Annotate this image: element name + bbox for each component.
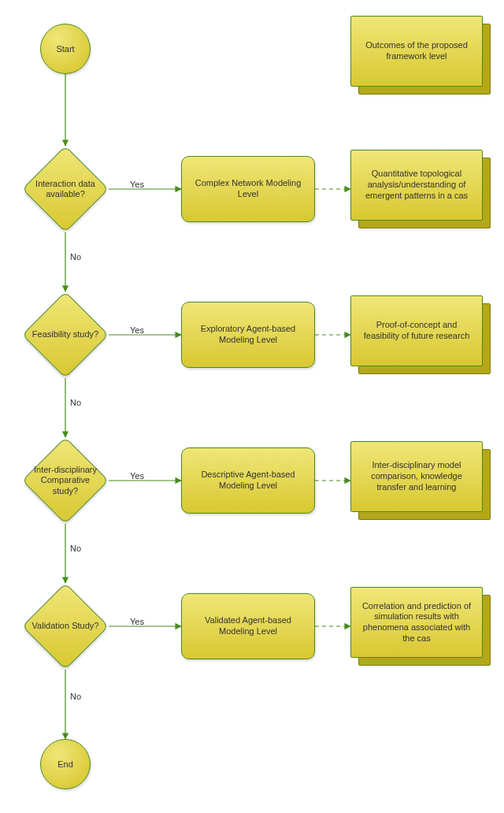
edge-yes-4: Yes — [130, 617, 144, 626]
edge-no-2: No — [70, 398, 81, 407]
end-terminator: End — [40, 739, 91, 789]
decision-d3-label: Inter-disciplinary Comparative study? — [28, 465, 102, 496]
edge-yes-2: Yes — [130, 325, 144, 335]
process-validated-abm: Validated Agent-based Modeling Level — [181, 593, 315, 659]
flowchart-canvas: Start Outcomes of the proposed framework… — [0, 0, 504, 813]
process-descriptive-abm: Descriptive Agent-based Modeling Level — [181, 447, 315, 514]
outcome-o2-label: Proof-of-concept and feasibility of futu… — [359, 320, 474, 342]
start-label: Start — [56, 44, 74, 54]
process-exploratory-abm: Exploratory Agent-based Modeling Level — [181, 302, 315, 368]
outcome-o3-label: Inter-disciplinary model comparison, kno… — [359, 460, 474, 492]
process-complex-network: Complex Network Modeling Level — [181, 156, 315, 222]
edge-no-1: No — [70, 252, 81, 262]
decision-d1-label: Interaction data available? — [28, 179, 102, 199]
decision-feasibility: Feasibility study? — [22, 291, 109, 378]
process-p1-label: Complex Network Modeling Level — [190, 178, 306, 200]
process-p4-label: Validated Agent-based Modeling Level — [190, 615, 306, 637]
decision-d4-label: Validation Study? — [32, 621, 99, 631]
edge-no-4: No — [70, 692, 81, 701]
decision-interaction-data: Interaction data available? — [22, 146, 109, 232]
start-terminator: Start — [40, 24, 91, 74]
process-p2-label: Exploratory Agent-based Modeling Level — [190, 324, 306, 346]
decision-validation: Validation Study? — [22, 583, 109, 670]
decision-interdisciplinary: Inter-disciplinary Comparative study? — [22, 437, 109, 524]
edge-no-3: No — [70, 544, 81, 553]
outcome-topological: Quantitative topological analysis/unders… — [350, 150, 491, 228]
edge-yes-3: Yes — [130, 471, 144, 481]
outcomes-header-label: Outcomes of the proposed framework level — [359, 40, 474, 62]
edge-yes-1: Yes — [130, 180, 144, 189]
outcome-o1-label: Quantitative topological analysis/unders… — [359, 169, 474, 201]
outcomes-header-box: Outcomes of the proposed framework level — [350, 16, 491, 95]
outcome-o4-label: Correlation and prediction of simulation… — [359, 601, 474, 644]
end-label: End — [57, 759, 73, 769]
outcome-proof-of-concept: Proof-of-concept and feasibility of futu… — [350, 295, 491, 374]
outcome-interdisciplinary: Inter-disciplinary model comparison, kno… — [350, 441, 491, 520]
decision-d2-label: Feasibility study? — [32, 329, 98, 340]
process-p3-label: Descriptive Agent-based Modeling Level — [190, 470, 306, 492]
outcome-correlation: Correlation and prediction of simulation… — [350, 587, 491, 666]
